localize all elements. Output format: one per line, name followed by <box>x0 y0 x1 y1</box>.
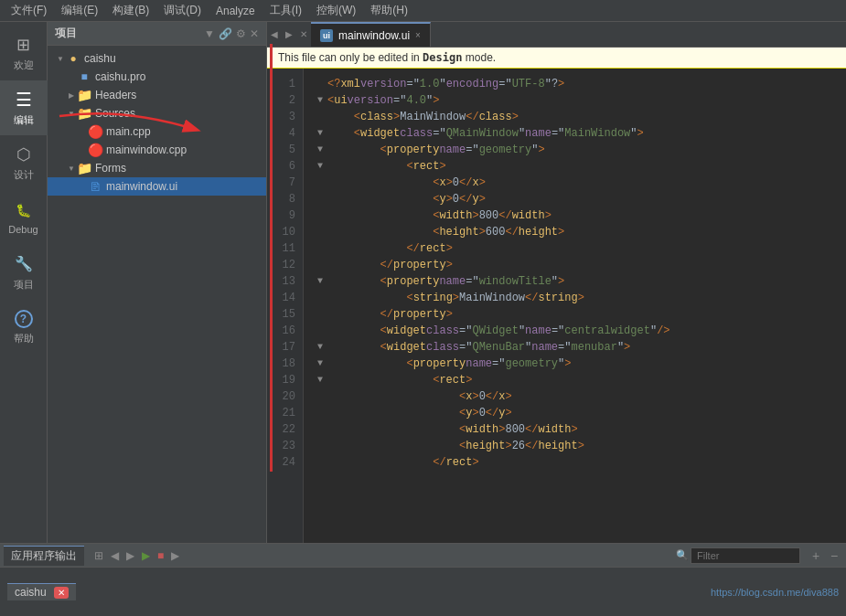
tree-item-caishu-pro[interactable]: ■ caishu.pro <box>48 68 266 86</box>
menu-debug[interactable]: 调试(D) <box>156 1 209 20</box>
tree-label-main-cpp: main.cpp <box>106 125 151 138</box>
bottom-nav-run[interactable]: ▶ <box>139 548 153 563</box>
decrease-font-btn[interactable]: − <box>826 547 842 564</box>
bottom-url: https://blog.csdn.me/diva888 <box>711 587 839 598</box>
sidebar-item-debug[interactable]: 🐛 Debug <box>0 190 48 245</box>
sidebar-item-help[interactable]: ? 帮助 <box>0 300 48 355</box>
tab-close-all-btn[interactable]: ✕ <box>296 22 311 47</box>
project-panel-title: 项目 <box>55 26 198 41</box>
project-label: 项目 <box>14 278 34 292</box>
design-icon: ⬡ <box>14 144 34 165</box>
bottom-nav-icons: ⊞ ◀ ▶ ▶ ■ ▶ <box>91 548 182 563</box>
code-line-3: <class>MainWindow</class> <box>315 109 846 125</box>
code-line-22: <width>800</width> <box>315 421 846 438</box>
main-container: ⊞ 欢迎 ☰ 编辑 ⬡ 设计 🐛 Debug 🔧 项目 ? 帮助 项目 ▼ <box>0 22 846 543</box>
menu-bar: 文件(F) 编辑(E) 构建(B) 调试(D) Analyze 工具(I) 控制… <box>0 0 846 22</box>
tree-item-main-cpp[interactable]: 🔴 main.cpp <box>48 122 266 141</box>
menu-tools[interactable]: 工具(I) <box>262 1 309 20</box>
editor-area: ◀ ▶ ✕ ui mainwindow.ui × This file can o… <box>267 22 846 543</box>
link-icon[interactable]: 🔗 <box>219 27 232 40</box>
menu-edit[interactable]: 编辑(E) <box>54 1 105 20</box>
code-line-24: </rect> <box>315 454 846 471</box>
tree-item-forms[interactable]: ▼ 📁 Forms <box>48 159 266 177</box>
tab-forward-btn[interactable]: ▶ <box>282 22 296 47</box>
tree-arrow-sources: ▼ <box>66 108 77 119</box>
tree-arrow-caishu: ▼ <box>55 53 66 64</box>
headers-folder-icon: 📁 <box>77 88 91 102</box>
project-header-actions: ▼ 🔗 ⚙ ✕ <box>204 27 259 40</box>
tree-item-caishu[interactable]: ▼ ● caishu <box>48 49 266 68</box>
tree-item-mainwindow-ui[interactable]: 🖹 mainwindow.ui <box>48 177 266 196</box>
code-line-23: <height>26</height> <box>315 438 846 454</box>
project-icon: 🔧 <box>14 254 34 274</box>
editor-notice-bar: This file can only be edited in Design m… <box>267 48 846 69</box>
code-editor[interactable]: 1 2 3 4 5 6 7 8 9 10 11 12 13 14 15 16 1… <box>267 69 846 543</box>
code-line-17: ▼ <widget class="QMenuBar" name="menubar… <box>315 339 846 356</box>
sidebar-item-design[interactable]: ⬡ 设计 <box>0 135 48 190</box>
help-label: 帮助 <box>14 332 34 345</box>
sidebar-item-project[interactable]: 🔧 项目 <box>0 245 48 300</box>
code-line-21: <y>0</y> <box>315 405 846 421</box>
increase-font-btn[interactable]: + <box>808 547 824 564</box>
close-panel-icon[interactable]: ✕ <box>250 27 259 40</box>
sidebar-item-edit[interactable]: ☰ 编辑 <box>0 80 48 135</box>
edit-icon: ☰ <box>14 90 34 110</box>
code-content[interactable]: <?xml version="1.0" encoding="UTF-8"?> ▼… <box>304 69 846 543</box>
filter-input[interactable] <box>691 547 800 564</box>
code-line-13: ▼ <property name="windowTitle"> <box>315 273 846 290</box>
tab-back-btn[interactable]: ◀ <box>267 22 282 47</box>
caishu-tab-close[interactable]: ✕ <box>54 587 69 599</box>
code-line-11: </rect> <box>315 240 846 257</box>
code-line-5: ▼ <property name="geometry"> <box>315 142 846 158</box>
forms-folder-icon: 📁 <box>77 161 91 175</box>
code-line-6: ▼ <rect> <box>315 158 846 175</box>
tree-spacer-pro <box>66 71 77 82</box>
menu-help[interactable]: 帮助(H) <box>363 1 415 20</box>
sidebar-item-welcome[interactable]: ⊞ 欢迎 <box>0 26 48 80</box>
tree-label-mainwindow-cpp: mainwindow.cpp <box>106 143 187 156</box>
line-numbers: 1 2 3 4 5 6 7 8 9 10 11 12 13 14 15 16 1… <box>267 69 304 543</box>
tree-item-sources[interactable]: ▼ 📁 Sources <box>48 104 266 122</box>
menu-build[interactable]: 构建(B) <box>105 1 156 20</box>
project-panel: 项目 ▼ 🔗 ⚙ ✕ ▼ ● caishu ■ caishu.pro <box>48 22 267 543</box>
tree-arrow-forms: ▼ <box>66 163 77 174</box>
tree-item-mainwindow-cpp[interactable]: 🔴 mainwindow.cpp <box>48 141 266 159</box>
bottom-nav-dock[interactable]: ⊞ <box>91 548 106 563</box>
welcome-icon: ⊞ <box>14 35 34 55</box>
code-line-9: <width>800</width> <box>315 207 846 224</box>
pro-file-icon: ■ <box>77 69 91 84</box>
bottom-nav-stop[interactable]: ■ <box>155 548 166 563</box>
bottom-nav-forward[interactable]: ▶ <box>123 548 137 563</box>
menu-file[interactable]: 文件(F) <box>4 1 54 20</box>
bottom-nav-back[interactable]: ◀ <box>108 548 122 563</box>
code-line-2: ▼ <ui version="4.0"> <box>315 92 846 109</box>
tree-item-headers[interactable]: ▶ 📁 Headers <box>48 86 266 104</box>
tab-filename: mainwindow.ui <box>338 29 410 42</box>
bottom-content: caishu ✕ https://blog.csdn.me/diva888 <box>0 568 846 616</box>
help-icon: ? <box>15 310 33 328</box>
settings-icon[interactable]: ⚙ <box>236 27 246 40</box>
bottom-tab-bar: 应用程序输出 ⊞ ◀ ▶ ▶ ■ ▶ 🔍 + − <box>0 544 846 568</box>
caishu-output-tab[interactable]: caishu ✕ <box>7 583 76 600</box>
ui-file-icon: 🖹 <box>88 179 102 194</box>
code-line-15: </property> <box>315 306 846 323</box>
sources-folder-icon: 📁 <box>77 106 91 121</box>
editor-tab-mainwindow-ui[interactable]: ui mainwindow.ui × <box>311 22 431 47</box>
tree-spacer-main <box>77 126 88 137</box>
tab-close-btn[interactable]: × <box>415 30 421 40</box>
edit-label: 编辑 <box>14 113 34 127</box>
design-label: 设计 <box>14 168 34 182</box>
sidebar-icons: ⊞ 欢迎 ☰ 编辑 ⬡ 设计 🐛 Debug 🔧 项目 ? 帮助 <box>0 22 48 543</box>
bottom-tab-output[interactable]: 应用程序输出 <box>4 546 84 566</box>
menu-control[interactable]: 控制(W) <box>309 1 363 20</box>
code-line-14: <string>MainWindow</string> <box>315 290 846 306</box>
caishu-icon: ● <box>66 51 80 66</box>
bottom-filter: 🔍 <box>676 547 800 564</box>
bottom-nav-more[interactable]: ▶ <box>168 548 182 563</box>
code-line-8: <y>0</y> <box>315 191 846 207</box>
bottom-plus-minus: + − <box>808 547 842 564</box>
notice-suffix: mode. <box>462 51 496 64</box>
code-line-16: <widget class="QWidget" name="centralwid… <box>315 323 846 339</box>
filter-icon[interactable]: ▼ <box>204 27 215 40</box>
menu-analyze[interactable]: Analyze <box>209 3 262 19</box>
